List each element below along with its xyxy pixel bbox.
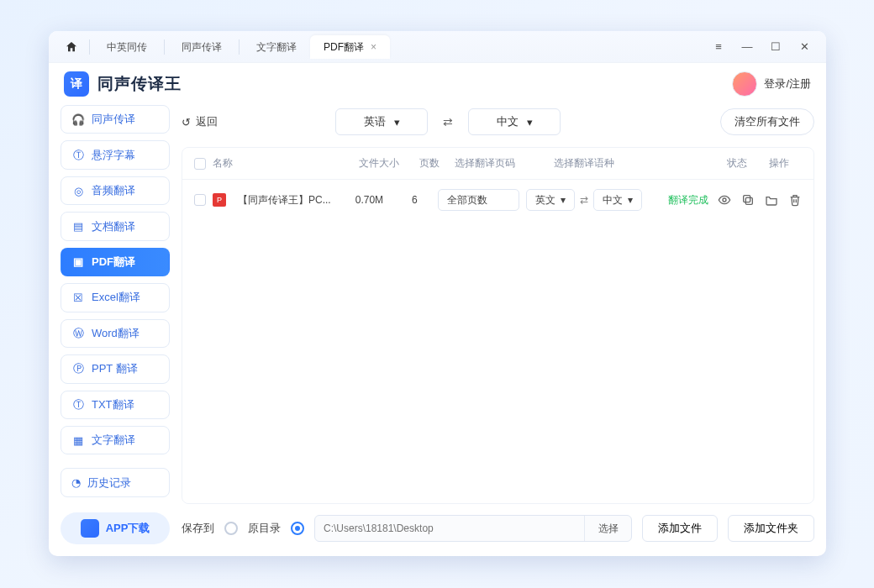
sidebar-item-float-subtitle[interactable]: Ⓣ悬浮字幕: [61, 140, 170, 169]
main-pane: ↺ 返回 英语 ▾ ⇄ 中文 ▾ 清空所有文件 名称: [182, 105, 814, 544]
tab-zhen-simul[interactable]: 中英同传: [93, 35, 161, 59]
audio-icon: ◎: [71, 184, 85, 197]
sidebar-item-ppt-translate[interactable]: ⓅPPT 翻译: [61, 354, 170, 383]
clear-all-button[interactable]: 清空所有文件: [720, 108, 814, 135]
save-custom-radio[interactable]: [224, 522, 238, 535]
sidebar-item-audio-translate[interactable]: ◎音频翻译: [61, 176, 170, 205]
page-range-select[interactable]: 全部页数: [438, 189, 519, 211]
app-window: 中英同传 同声传译 文字翻译 PDF翻译 × ≡ — ☐ ✕ 译 同声传译王 登…: [49, 31, 826, 556]
login-label: 登录/注册: [764, 76, 811, 92]
choose-path-button[interactable]: 选择: [584, 516, 631, 541]
menu-icon[interactable]: ≡: [710, 40, 727, 53]
sidebar-item-label: 同声传译: [92, 112, 135, 127]
swap-languages-icon[interactable]: ⇄: [436, 115, 460, 129]
copy-icon[interactable]: [741, 193, 755, 207]
back-label: 返回: [196, 114, 218, 129]
back-button[interactable]: ↺ 返回: [182, 114, 218, 129]
col-header-size: 文件大小: [354, 156, 404, 171]
file-size: 0.70M: [347, 194, 392, 206]
login-button[interactable]: 登录/注册: [732, 71, 811, 97]
avatar-icon: [732, 71, 757, 97]
add-file-button[interactable]: 添加文件: [642, 515, 718, 542]
table-row: P 【同声传译王】PC... 0.70M 6 全部页数 英文▾ ⇄ 中文▾ 翻译…: [182, 180, 813, 220]
file-table: 名称 文件大小 页数 选择翻译页码 选择翻译语种 状态 操作 P 【同声传译王】…: [182, 147, 814, 504]
file-name: 【同声传译王】PC...: [238, 193, 340, 207]
clock-icon: ◔: [71, 476, 81, 489]
app-header: 译 同声传译王 登录/注册: [49, 63, 826, 105]
svg-point-0: [723, 198, 726, 202]
target-language-label: 中文: [497, 114, 519, 129]
chevron-down-icon: ▾: [628, 194, 633, 206]
table-header: 名称 文件大小 页数 选择翻译页码 选择翻译语种 状态 操作: [182, 148, 813, 180]
row-source-lang-label: 英文: [535, 193, 555, 207]
file-pages: 6: [398, 194, 431, 206]
txt-icon: Ⓣ: [71, 398, 85, 412]
close-window-icon[interactable]: ✕: [796, 40, 813, 53]
col-header-page-sel: 选择翻译页码: [455, 156, 547, 171]
app-body: 🎧同声传译 Ⓣ悬浮字幕 ◎音频翻译 ▤文档翻译 ▣PDF翻译 ☒Excel翻译 …: [49, 105, 826, 556]
svg-rect-2: [744, 196, 750, 202]
add-folder-label: 添加文件夹: [744, 522, 798, 534]
swap-icon[interactable]: ⇄: [580, 194, 588, 206]
home-icon[interactable]: [62, 38, 81, 56]
sidebar-item-label: Excel翻译: [92, 290, 140, 305]
source-language-select[interactable]: 英语 ▾: [335, 108, 428, 135]
tab-simul-interp[interactable]: 同声传译: [168, 35, 235, 59]
text-icon: ▦: [71, 433, 85, 447]
target-language-select[interactable]: 中文 ▾: [468, 108, 561, 135]
add-folder-button[interactable]: 添加文件夹: [728, 515, 814, 542]
col-header-ops: 操作: [769, 156, 802, 171]
delete-icon[interactable]: [788, 193, 802, 207]
minimize-icon[interactable]: —: [739, 40, 756, 53]
clear-all-label: 清空所有文件: [734, 114, 800, 129]
row-source-lang-select[interactable]: 英文▾: [526, 189, 575, 211]
row-actions: [718, 193, 802, 207]
folder-open-icon[interactable]: [765, 193, 778, 207]
save-path-input[interactable]: [315, 522, 584, 534]
preview-icon[interactable]: [718, 193, 731, 207]
save-orig-dir-radio[interactable]: [291, 522, 304, 535]
sidebar-item-text-translate[interactable]: ▦文字翻译: [61, 426, 170, 454]
sidebar-item-history[interactable]: ◔历史记录: [61, 468, 170, 496]
tab-separator: [239, 39, 240, 55]
sidebar-item-doc-translate[interactable]: ▤文档翻译: [61, 212, 170, 240]
sidebar-item-label: 文字翻译: [92, 433, 135, 448]
app-title: 同声传译王: [97, 73, 182, 95]
tab-label: 文字翻译: [256, 35, 297, 59]
save-to-label: 保存到: [182, 521, 214, 536]
col-header-name: 名称: [213, 156, 347, 171]
sidebar-item-pdf-translate[interactable]: ▣PDF翻译: [61, 248, 170, 276]
sidebar-item-excel-translate[interactable]: ☒Excel翻译: [61, 283, 170, 312]
col-header-status: 状态: [712, 156, 762, 171]
ppt-icon: Ⓟ: [71, 362, 85, 375]
headset-icon: 🎧: [71, 113, 85, 126]
caption-icon: Ⓣ: [71, 149, 85, 162]
svg-rect-1: [745, 197, 752, 204]
app-download-label: APP下载: [106, 521, 150, 536]
tab-pdf-translate[interactable]: PDF翻译 ×: [310, 35, 390, 59]
row-target-lang-select[interactable]: 中文▾: [593, 189, 642, 211]
sidebar-item-word-translate[interactable]: ⓌWord翻译: [61, 319, 170, 348]
sidebar-item-label: 历史记录: [87, 475, 131, 491]
tab-label: 同声传译: [182, 35, 222, 59]
sidebar-item-label: TXT翻译: [92, 397, 134, 412]
chevron-down-icon: ▾: [394, 116, 400, 129]
tab-label: 中英同传: [107, 35, 147, 59]
tab-label: PDF翻译: [324, 35, 364, 59]
sidebar-item-simul-interp[interactable]: 🎧同声传译: [61, 105, 170, 134]
row-checkbox[interactable]: [194, 194, 206, 206]
sidebar-item-label: PDF翻译: [92, 255, 135, 270]
sidebar-item-label: 音频翻译: [92, 183, 135, 198]
close-icon[interactable]: ×: [371, 35, 376, 59]
tab-text-translate[interactable]: 文字翻译: [243, 35, 310, 59]
select-all-checkbox[interactable]: [194, 158, 206, 170]
sidebar-item-label: 文档翻译: [92, 219, 135, 234]
maximize-icon[interactable]: ☐: [767, 40, 784, 53]
sidebar-item-txt-translate[interactable]: ⓉTXT翻译: [61, 391, 170, 419]
tab-separator: [164, 39, 165, 55]
chevron-down-icon: ▾: [561, 194, 566, 206]
tab-bar: 中英同传 同声传译 文字翻译 PDF翻译 × ≡ — ☐ ✕: [49, 31, 826, 63]
app-download-button[interactable]: APP下载: [61, 512, 170, 544]
window-controls: ≡ — ☐ ✕: [710, 40, 818, 53]
pdf-icon: ▣: [71, 255, 85, 269]
